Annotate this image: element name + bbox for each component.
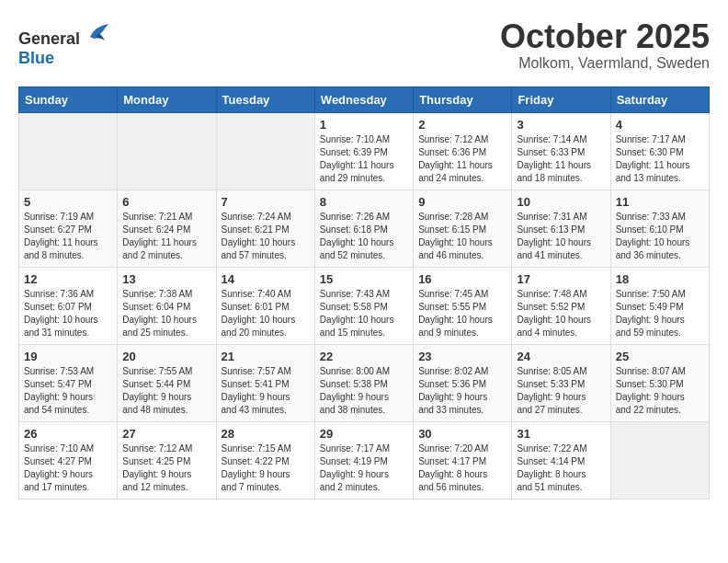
day-number: 16 bbox=[418, 272, 506, 286]
day-info: Sunrise: 7:20 AM Sunset: 4:17 PM Dayligh… bbox=[418, 442, 506, 494]
calendar-cell: 16Sunrise: 7:45 AM Sunset: 5:55 PM Dayli… bbox=[414, 267, 512, 344]
calendar-cell: 28Sunrise: 7:15 AM Sunset: 4:22 PM Dayli… bbox=[216, 421, 314, 499]
page-header: General Blue October 2025 Molkom, Vaerml… bbox=[18, 18, 710, 72]
calendar-week-5: 26Sunrise: 7:10 AM Sunset: 4:27 PM Dayli… bbox=[19, 421, 710, 499]
calendar-cell: 8Sunrise: 7:26 AM Sunset: 6:18 PM Daylig… bbox=[314, 190, 413, 267]
day-number: 26 bbox=[24, 427, 112, 441]
calendar-cell: 18Sunrise: 7:50 AM Sunset: 5:49 PM Dayli… bbox=[610, 267, 709, 344]
day-number: 19 bbox=[24, 350, 112, 363]
calendar-cell: 15Sunrise: 7:43 AM Sunset: 5:58 PM Dayli… bbox=[314, 267, 413, 344]
logo: General Blue bbox=[18, 18, 112, 68]
calendar-cell: 1Sunrise: 7:10 AM Sunset: 6:39 PM Daylig… bbox=[314, 112, 413, 190]
day-number: 27 bbox=[122, 427, 210, 441]
calendar-table: SundayMondayTuesdayWednesdayThursdayFrid… bbox=[18, 86, 710, 500]
day-number: 20 bbox=[122, 350, 210, 363]
calendar-cell: 23Sunrise: 8:02 AM Sunset: 5:36 PM Dayli… bbox=[414, 344, 512, 421]
calendar-cell: 17Sunrise: 7:48 AM Sunset: 5:52 PM Dayli… bbox=[512, 267, 610, 344]
calendar-week-4: 19Sunrise: 7:53 AM Sunset: 5:47 PM Dayli… bbox=[19, 344, 710, 421]
calendar-header-row: SundayMondayTuesdayWednesdayThursdayFrid… bbox=[19, 86, 710, 112]
calendar-cell bbox=[118, 112, 216, 190]
weekday-header-tuesday: Tuesday bbox=[216, 86, 314, 112]
day-info: Sunrise: 7:21 AM Sunset: 6:24 PM Dayligh… bbox=[122, 211, 210, 262]
day-number: 10 bbox=[517, 195, 605, 209]
day-info: Sunrise: 8:00 AM Sunset: 5:38 PM Dayligh… bbox=[320, 365, 408, 417]
day-info: Sunrise: 7:38 AM Sunset: 6:04 PM Dayligh… bbox=[122, 288, 210, 339]
day-info: Sunrise: 8:05 AM Sunset: 5:33 PM Dayligh… bbox=[517, 365, 605, 417]
day-info: Sunrise: 7:55 AM Sunset: 5:44 PM Dayligh… bbox=[122, 365, 210, 417]
day-info: Sunrise: 7:36 AM Sunset: 6:07 PM Dayligh… bbox=[24, 288, 112, 339]
calendar-cell: 26Sunrise: 7:10 AM Sunset: 4:27 PM Dayli… bbox=[19, 421, 118, 499]
logo-bird-icon bbox=[86, 18, 112, 44]
weekday-header-sunday: Sunday bbox=[19, 86, 118, 112]
calendar-cell: 10Sunrise: 7:31 AM Sunset: 6:13 PM Dayli… bbox=[512, 190, 610, 267]
day-info: Sunrise: 7:57 AM Sunset: 5:41 PM Dayligh… bbox=[222, 365, 310, 417]
calendar-cell: 30Sunrise: 7:20 AM Sunset: 4:17 PM Dayli… bbox=[414, 421, 512, 499]
day-info: Sunrise: 7:26 AM Sunset: 6:18 PM Dayligh… bbox=[320, 211, 408, 262]
logo-general: General bbox=[18, 29, 80, 48]
weekday-header-friday: Friday bbox=[512, 86, 610, 112]
day-number: 15 bbox=[320, 272, 408, 286]
day-info: Sunrise: 7:15 AM Sunset: 4:22 PM Dayligh… bbox=[222, 442, 310, 494]
day-info: Sunrise: 7:50 AM Sunset: 5:49 PM Dayligh… bbox=[616, 288, 704, 339]
day-info: Sunrise: 8:07 AM Sunset: 5:30 PM Dayligh… bbox=[616, 365, 704, 417]
logo-text: General Blue bbox=[18, 18, 112, 68]
day-number: 21 bbox=[222, 350, 310, 363]
day-info: Sunrise: 7:24 AM Sunset: 6:21 PM Dayligh… bbox=[222, 211, 310, 262]
title-section: October 2025 Molkom, Vaermland, Sweden bbox=[500, 18, 710, 72]
weekday-header-monday: Monday bbox=[118, 86, 216, 112]
day-info: Sunrise: 7:17 AM Sunset: 6:30 PM Dayligh… bbox=[616, 133, 704, 185]
day-number: 5 bbox=[24, 195, 112, 209]
calendar-cell: 5Sunrise: 7:19 AM Sunset: 6:27 PM Daylig… bbox=[19, 190, 118, 267]
calendar-cell: 11Sunrise: 7:33 AM Sunset: 6:10 PM Dayli… bbox=[610, 190, 709, 267]
day-number: 29 bbox=[320, 427, 408, 441]
day-number: 31 bbox=[517, 427, 605, 441]
calendar-cell: 22Sunrise: 8:00 AM Sunset: 5:38 PM Dayli… bbox=[314, 344, 413, 421]
day-info: Sunrise: 7:43 AM Sunset: 5:58 PM Dayligh… bbox=[320, 288, 408, 339]
day-number: 22 bbox=[320, 350, 408, 363]
calendar-cell: 31Sunrise: 7:22 AM Sunset: 4:14 PM Dayli… bbox=[512, 421, 610, 499]
calendar-cell: 27Sunrise: 7:12 AM Sunset: 4:25 PM Dayli… bbox=[118, 421, 216, 499]
day-number: 13 bbox=[122, 272, 210, 286]
calendar-cell: 19Sunrise: 7:53 AM Sunset: 5:47 PM Dayli… bbox=[19, 344, 118, 421]
day-number: 8 bbox=[320, 195, 408, 209]
calendar-cell: 13Sunrise: 7:38 AM Sunset: 6:04 PM Dayli… bbox=[118, 267, 216, 344]
calendar-week-2: 5Sunrise: 7:19 AM Sunset: 6:27 PM Daylig… bbox=[19, 190, 710, 267]
day-number: 30 bbox=[418, 427, 506, 441]
month-title: October 2025 bbox=[500, 18, 710, 55]
day-info: Sunrise: 7:19 AM Sunset: 6:27 PM Dayligh… bbox=[24, 211, 112, 262]
day-info: Sunrise: 7:17 AM Sunset: 4:19 PM Dayligh… bbox=[320, 442, 408, 494]
day-number: 18 bbox=[616, 272, 704, 286]
calendar-cell: 2Sunrise: 7:12 AM Sunset: 6:36 PM Daylig… bbox=[414, 112, 512, 190]
day-number: 11 bbox=[616, 195, 704, 209]
day-number: 12 bbox=[24, 272, 112, 286]
calendar-cell: 14Sunrise: 7:40 AM Sunset: 6:01 PM Dayli… bbox=[216, 267, 314, 344]
day-info: Sunrise: 7:22 AM Sunset: 4:14 PM Dayligh… bbox=[517, 442, 605, 494]
day-info: Sunrise: 7:12 AM Sunset: 6:36 PM Dayligh… bbox=[418, 133, 506, 185]
day-info: Sunrise: 7:14 AM Sunset: 6:33 PM Dayligh… bbox=[517, 133, 605, 185]
calendar-cell bbox=[610, 421, 709, 499]
day-number: 2 bbox=[418, 118, 506, 132]
weekday-header-thursday: Thursday bbox=[414, 86, 512, 112]
calendar-cell: 4Sunrise: 7:17 AM Sunset: 6:30 PM Daylig… bbox=[610, 112, 709, 190]
day-info: Sunrise: 7:12 AM Sunset: 4:25 PM Dayligh… bbox=[122, 442, 210, 494]
day-number: 17 bbox=[517, 272, 605, 286]
day-info: Sunrise: 7:10 AM Sunset: 4:27 PM Dayligh… bbox=[24, 442, 112, 494]
logo-blue: Blue bbox=[18, 49, 54, 67]
day-number: 25 bbox=[616, 350, 704, 363]
day-number: 24 bbox=[517, 350, 605, 363]
day-info: Sunrise: 7:33 AM Sunset: 6:10 PM Dayligh… bbox=[616, 211, 704, 262]
day-number: 4 bbox=[616, 118, 704, 132]
location-title: Molkom, Vaermland, Sweden bbox=[500, 55, 710, 72]
day-number: 9 bbox=[418, 195, 506, 209]
calendar-week-1: 1Sunrise: 7:10 AM Sunset: 6:39 PM Daylig… bbox=[19, 112, 710, 190]
calendar-cell: 7Sunrise: 7:24 AM Sunset: 6:21 PM Daylig… bbox=[216, 190, 314, 267]
day-number: 28 bbox=[222, 427, 310, 441]
day-number: 1 bbox=[320, 118, 408, 132]
weekday-header-wednesday: Wednesday bbox=[314, 86, 413, 112]
day-number: 6 bbox=[122, 195, 210, 209]
day-number: 7 bbox=[222, 195, 310, 209]
calendar-cell: 29Sunrise: 7:17 AM Sunset: 4:19 PM Dayli… bbox=[314, 421, 413, 499]
calendar-cell: 12Sunrise: 7:36 AM Sunset: 6:07 PM Dayli… bbox=[19, 267, 118, 344]
day-info: Sunrise: 7:31 AM Sunset: 6:13 PM Dayligh… bbox=[517, 211, 605, 262]
calendar-cell: 21Sunrise: 7:57 AM Sunset: 5:41 PM Dayli… bbox=[216, 344, 314, 421]
